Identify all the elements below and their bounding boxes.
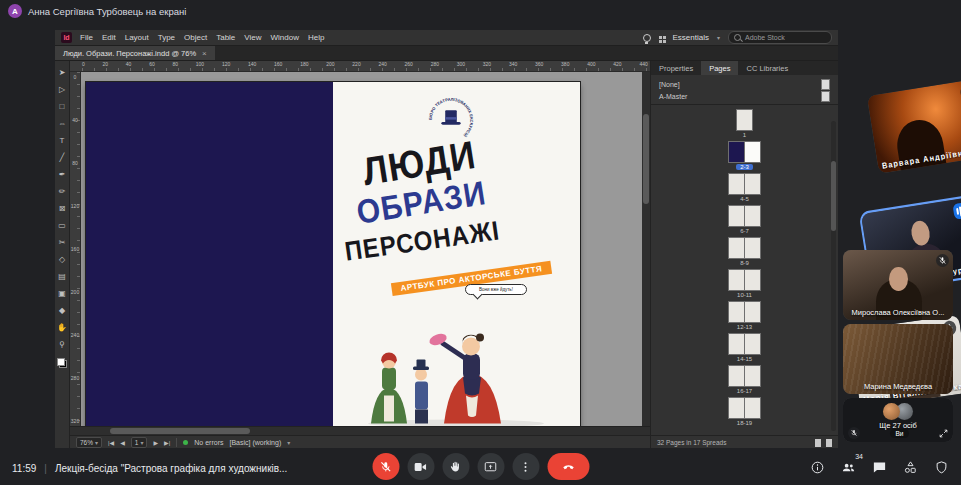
spread-thumbnail[interactable] — [728, 397, 761, 419]
menu-edit[interactable]: Edit — [102, 33, 116, 42]
ruler-number: 380 — [561, 61, 569, 71]
expand-icon[interactable] — [939, 429, 948, 438]
gradient-tool[interactable]: ▤ — [58, 268, 66, 285]
workspace-switcher[interactable]: Essentials — [673, 33, 709, 42]
menu-table[interactable]: Table — [216, 33, 235, 42]
scrollbar-thumb[interactable] — [110, 428, 250, 434]
host-controls-button[interactable] — [934, 460, 949, 475]
master-page-icon — [821, 91, 830, 102]
pages-panel-spread[interactable]: 1 — [736, 109, 753, 138]
pages-panel-spread[interactable]: 16-17 — [728, 365, 761, 394]
selection-tool[interactable]: ➤ — [59, 64, 66, 81]
first-page-button[interactable]: |◀ — [108, 439, 114, 446]
zoom-level-select[interactable]: 76% ▾ — [76, 437, 102, 448]
mic-button[interactable] — [372, 453, 399, 480]
menu-help[interactable]: Help — [308, 33, 324, 42]
last-page-button[interactable]: ▶| — [164, 439, 170, 446]
close-icon[interactable]: × — [202, 49, 207, 58]
note-tool[interactable]: ▣ — [58, 285, 66, 302]
spread-thumbnail[interactable] — [728, 365, 761, 387]
menu-layout[interactable]: Layout — [125, 33, 149, 42]
spread-thumbnail[interactable] — [728, 269, 761, 291]
self-mic-muted-icon[interactable] — [848, 427, 860, 439]
next-page-button[interactable]: ▶ — [153, 439, 158, 446]
eyedropper-tool[interactable]: ◆ — [59, 302, 65, 319]
spread-thumbnail[interactable] — [728, 173, 761, 195]
mic-off-icon — [379, 460, 393, 474]
pencil-tool[interactable]: ✏ — [59, 183, 66, 200]
adobe-stock-search[interactable]: Adobe Stock — [728, 31, 832, 44]
spread-thumbnail[interactable] — [728, 141, 761, 163]
pages-panel-spread[interactable]: 2-3 — [728, 141, 761, 170]
info-button[interactable] — [810, 460, 825, 475]
preflight-status[interactable]: No errors — [194, 439, 223, 446]
page-left[interactable] — [86, 82, 333, 426]
hand-tool[interactable]: ✋ — [57, 319, 67, 336]
spread-thumbnail[interactable] — [728, 205, 761, 227]
page-tool[interactable]: □ — [60, 98, 65, 115]
scissors-tool[interactable]: ✂ — [59, 234, 66, 251]
ruler-number: 0 — [74, 74, 77, 80]
menu-window[interactable]: Window — [271, 33, 299, 42]
pages-panel-spread[interactable]: 4-5 — [728, 173, 761, 202]
vertical-scrollbar[interactable] — [642, 72, 650, 426]
ruler-number: 320 — [483, 61, 491, 71]
type-tool[interactable]: T — [60, 132, 65, 149]
spread-thumbnail[interactable] — [736, 109, 753, 131]
participant-tile[interactable]: Ще 27 осіб Ви — [843, 398, 953, 442]
gap-tool[interactable]: ⇔ — [58, 115, 66, 132]
spread-thumbnail[interactable] — [728, 237, 761, 259]
panel-tab-cc-libraries[interactable]: CC Libraries — [738, 61, 796, 75]
page-number-select[interactable]: 1 ▾ — [131, 437, 148, 448]
document-viewport[interactable]: 04080120160200240280320 БЮРО ТЕАТРАЛІЗОВ… — [70, 72, 650, 426]
pages-panel-spread[interactable]: 18-19 — [728, 397, 761, 426]
panel-tab-pages[interactable]: Pages — [701, 61, 738, 75]
zoom-tool[interactable]: ⚲ — [59, 336, 65, 353]
new-page-icon[interactable] — [815, 439, 821, 447]
lightbulb-icon[interactable] — [643, 34, 651, 42]
pages-panel-spread[interactable]: 14-15 — [728, 333, 761, 362]
participant-tile[interactable]: Варвара Андріївна Волян... — [867, 79, 961, 174]
menu-object[interactable]: Object — [184, 33, 207, 42]
more-options-button[interactable] — [512, 453, 539, 480]
participant-tile[interactable]: Марина Медведєва — [843, 324, 953, 394]
people-button[interactable]: 34 — [841, 460, 856, 475]
line-tool[interactable]: ╱ — [60, 149, 65, 166]
present-button[interactable] — [477, 453, 504, 480]
pen-tool[interactable]: ✒ — [59, 166, 66, 183]
pages-scrollbar[interactable] — [831, 121, 836, 431]
camera-button[interactable] — [407, 453, 434, 480]
menu-file[interactable]: File — [80, 33, 93, 42]
pages-panel-spread[interactable]: 6-7 — [728, 205, 761, 234]
pages-panel-spread[interactable]: 12-13 — [728, 301, 761, 330]
free-transform-tool[interactable]: ◇ — [59, 251, 65, 268]
scrollbar-thumb[interactable] — [643, 114, 649, 204]
workspace-icon[interactable] — [659, 36, 662, 39]
horizontal-scrollbar[interactable] — [70, 426, 650, 435]
spread-thumbnail[interactable] — [728, 333, 761, 355]
rectangle-frame-tool[interactable]: ⊠ — [59, 200, 66, 217]
master-page-row[interactable]: A-Master — [659, 90, 830, 102]
document-tab[interactable]: Люди. Образи. Персонажі.indd @ 76% × — [55, 46, 215, 60]
chat-button[interactable] — [872, 460, 887, 475]
page-thumb-left — [728, 205, 745, 227]
delete-page-icon[interactable] — [826, 439, 832, 447]
participant-tile[interactable]: Мирослава Олексіївна О... — [843, 250, 953, 320]
pages-panel-spread[interactable]: 10-11 — [728, 269, 761, 298]
end-call-button[interactable] — [547, 453, 589, 480]
fill-stroke-swatches[interactable] — [57, 358, 67, 368]
pages-panel-spread[interactable]: 8-9 — [728, 237, 761, 266]
direct-selection-tool[interactable]: ▷ — [59, 81, 65, 98]
panel-tab-properties[interactable]: Properties — [651, 61, 701, 75]
prev-page-button[interactable]: ◀ — [120, 439, 125, 446]
spread-page-numbers: 1 — [739, 132, 750, 138]
shield-icon — [934, 460, 949, 475]
rectangle-tool[interactable]: ▭ — [58, 217, 66, 234]
spread-thumbnail[interactable] — [728, 301, 761, 323]
menu-type[interactable]: Type — [158, 33, 175, 42]
activities-button[interactable] — [903, 460, 918, 475]
raise-hand-button[interactable] — [442, 453, 469, 480]
menu-view[interactable]: View — [244, 33, 261, 42]
master-page-row[interactable]: [None] — [659, 78, 830, 90]
page-right[interactable]: БЮРО ТЕАТРАЛІЗОВАНИХ ЕКСКУРСІЙ ЛЮДИ ОБРА… — [333, 82, 580, 426]
